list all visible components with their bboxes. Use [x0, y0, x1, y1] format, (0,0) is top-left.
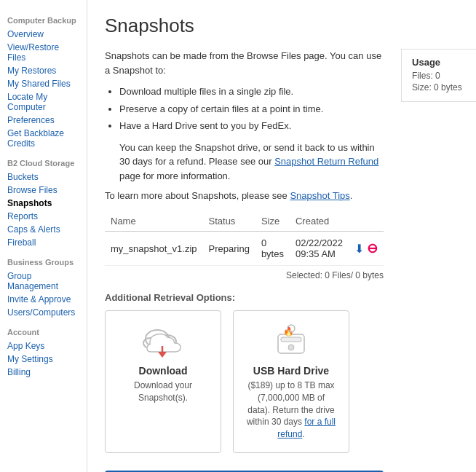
- sidebar-section-label: Account: [7, 328, 79, 337]
- list-item: Have a Hard Drive sent to you by FedEx.: [119, 119, 384, 133]
- cell-status: Preparing: [203, 232, 255, 266]
- fedex-note: You can keep the Snapshot drive, or send…: [119, 141, 384, 184]
- usb-card-title: USB Hard Drive: [245, 365, 337, 377]
- sidebar-section-label: Business Groups: [7, 258, 79, 267]
- usb-hard-drive-card: 🔥 USB Hard Drive ($189) up to 8 TB max (…: [233, 310, 349, 453]
- sidebar-item-reports[interactable]: Reports: [7, 210, 79, 223]
- download-card-title: Download: [117, 365, 209, 377]
- sidebar-item-group-management[interactable]: Group Management: [7, 270, 79, 293]
- svg-rect-7: [281, 337, 301, 342]
- sidebar-item-snapshots[interactable]: Snapshots: [7, 197, 79, 210]
- col-actions: [349, 211, 384, 232]
- sidebar-item-get-backblaze-credits[interactable]: Get Backblaze Credits: [7, 127, 79, 150]
- sidebar-item-my-restores[interactable]: My Restores: [7, 64, 79, 77]
- col-name: Name: [105, 211, 203, 232]
- usage-files: Files: 0: [412, 71, 476, 81]
- sidebar: Computer BackupOverviewView/Restore File…: [0, 0, 87, 472]
- main-content: Snapshots Snapshots can be made from the…: [87, 0, 476, 472]
- download-card: Download Download your Snapshot(s).: [105, 310, 221, 453]
- sidebar-item-locate-my-computer[interactable]: Locate My Computer: [7, 90, 79, 114]
- bullet-list: Download multiple files in a single zip …: [119, 84, 384, 133]
- snapshot-return-refund-link[interactable]: Snapshot Return Refund: [274, 156, 378, 167]
- download-card-desc: Download your Snapshot(s).: [117, 379, 209, 404]
- row-delete-icon[interactable]: ⊖: [367, 240, 378, 256]
- cell-actions: ⬇⊖: [349, 232, 384, 266]
- sidebar-item-my-settings[interactable]: My Settings: [7, 353, 79, 366]
- sidebar-item-caps-alerts[interactable]: Caps & Alerts: [7, 223, 79, 236]
- retrieval-cards: Download Download your Snapshot(s). 🔥: [105, 310, 384, 453]
- cloud-download-icon: [117, 323, 209, 359]
- sidebar-item-preferences[interactable]: Preferences: [7, 114, 79, 127]
- list-item: Download multiple files in a single zip …: [119, 84, 384, 99]
- svg-marker-5: [158, 352, 167, 358]
- sidebar-section-label: B2 Cloud Storage: [7, 159, 79, 168]
- snapshots-table: Name Status Size Created my_snapshot_v1.…: [105, 211, 384, 266]
- sidebar-item-buckets[interactable]: Buckets: [7, 170, 79, 184]
- col-created: Created: [290, 211, 349, 232]
- usage-size: Size: 0 bytes: [412, 82, 476, 93]
- cell-created: 02/22/2022 09:35 AM: [290, 232, 349, 266]
- cell-size: 0 bytes: [255, 232, 290, 266]
- usage-panel: Usage Files: 0 Size: 0 bytes: [401, 49, 476, 102]
- col-size: Size: [255, 211, 290, 232]
- sidebar-item-users-computers[interactable]: Users/Computers: [7, 306, 79, 319]
- usb-card-desc: ($189) up to 8 TB max (7,000,000 MB of d…: [245, 379, 337, 441]
- snapshot-tips-link[interactable]: Snapshot Tips: [290, 190, 349, 201]
- sidebar-item-billing[interactable]: Billing: [7, 366, 79, 379]
- sidebar-item-app-keys[interactable]: App Keys: [7, 339, 79, 353]
- row-download-icon[interactable]: ⬇: [354, 242, 364, 256]
- hdd-icon: 🔥: [245, 323, 337, 359]
- col-status: Status: [203, 211, 255, 232]
- svg-point-8: [288, 345, 294, 350]
- snapshot-tips: To learn more about Snapshots, please se…: [105, 190, 384, 201]
- sidebar-section-label: Computer Backup: [7, 16, 79, 25]
- usage-title: Usage: [412, 57, 476, 68]
- selected-info: Selected: 0 Files/ 0 bytes: [105, 270, 384, 280]
- page-title: Snapshots: [105, 15, 459, 37]
- cell-name: my_snapshot_v1.zip: [105, 232, 203, 266]
- sidebar-item-fireball[interactable]: Fireball: [7, 236, 79, 249]
- sidebar-item-my-shared-files[interactable]: My Shared Files: [7, 77, 79, 90]
- sidebar-item-browse-files[interactable]: Browse Files: [7, 184, 79, 197]
- sidebar-item-view-restore[interactable]: View/Restore Files: [7, 41, 79, 64]
- retrieval-label: Additional Retrieval Options:: [105, 292, 384, 303]
- sidebar-item-overview[interactable]: Overview: [7, 28, 79, 41]
- table-row: my_snapshot_v1.zipPreparing0 bytes02/22/…: [105, 232, 384, 266]
- sidebar-item-invite-approve[interactable]: Invite & Approve: [7, 293, 79, 306]
- list-item: Preserve a copy of certain files at a po…: [119, 102, 384, 117]
- intro-text: Snapshots can be made from the Browse Fi…: [105, 49, 384, 77]
